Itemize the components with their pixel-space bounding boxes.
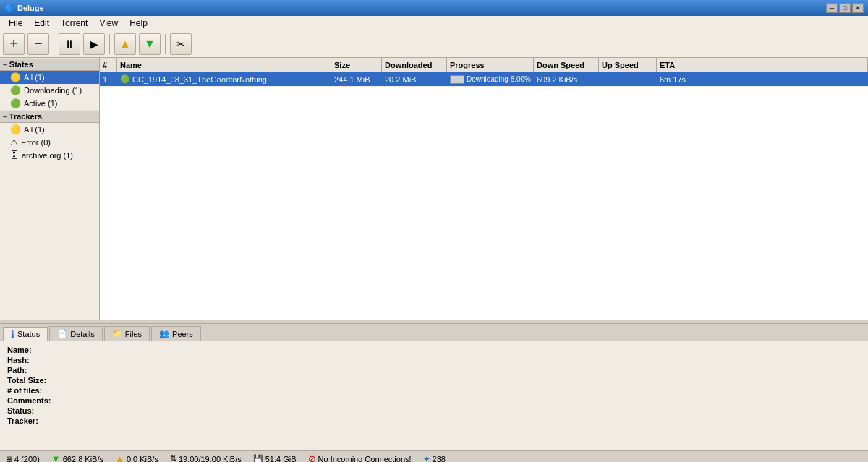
all-trackers-icon: 🟡 — [10, 124, 21, 134]
tab-status[interactable]: ℹ Status — [3, 327, 48, 341]
details-tab-label: Details — [70, 330, 95, 338]
files-tab-label: Files — [125, 330, 142, 338]
downloading-label: Downloading (1) — [24, 86, 82, 95]
toolbar-sep-2 — [109, 34, 110, 54]
connections-icon: 🖥 — [4, 455, 12, 463]
no-incoming-icon: ⊘ — [308, 453, 316, 462]
app-icon: 🔷 — [4, 4, 14, 13]
detail-status-row: Status: — [7, 406, 861, 415]
error-tracker-icon: ⚠ — [10, 137, 18, 147]
active-label: Active (1) — [24, 99, 57, 108]
torrent-list: 1 🟢 CC_1914_08_31_TheGoodforNothing 244.… — [100, 72, 868, 320]
detail-files-label: # of files: — [7, 386, 72, 395]
close-button[interactable]: ✕ — [852, 3, 864, 13]
detail-tracker-label: Tracker: — [7, 416, 72, 425]
detail-totalsize-label: Total Size: — [7, 376, 72, 385]
menu-help[interactable]: Help — [124, 17, 153, 30]
col-header-downloaded[interactable]: Downloaded — [382, 58, 447, 72]
status-peers: ✦ 238 — [423, 454, 446, 463]
torrent-downspeed: 609.2 KiB/s — [534, 74, 599, 85]
titlebar-controls: ─ □ ✕ — [826, 3, 864, 13]
status-down-speed: ▼ 662.8 KiB/s — [51, 453, 103, 462]
resume-button[interactable]: ▶ — [83, 33, 105, 55]
sidebar-item-all-trackers[interactable]: 🟡 All (1) — [0, 123, 99, 136]
minimize-button[interactable]: ─ — [826, 3, 838, 13]
bottom-panel: ℹ Status 📄 Details 📁 Files 👥 Peers Name:… — [0, 324, 868, 450]
titlebar-title: 🔷 Deluge — [4, 4, 44, 13]
peers-icon: ✦ — [423, 454, 430, 463]
down-speed-icon: ▼ — [51, 453, 61, 462]
status-connections: 🖥 4 (200) — [4, 455, 40, 463]
active-icon: 🟢 — [10, 98, 21, 108]
torrent-downloaded: 20.2 MiB — [382, 74, 447, 85]
menu-edit[interactable]: Edit — [28, 17, 55, 30]
states-label: States — [9, 60, 33, 69]
detail-status-label: Status: — [7, 406, 72, 415]
detail-comments-row: Comments: — [7, 396, 861, 405]
error-tracker-label: Error (0) — [21, 138, 51, 147]
tab-peers[interactable]: 👥 Peers — [151, 326, 201, 341]
torrent-row[interactable]: 1 🟢 CC_1914_08_31_TheGoodforNothing 244.… — [100, 72, 868, 87]
torrent-progress-cell: Downloading 8.00% — [447, 74, 534, 85]
move-down-button[interactable]: ▼ — [139, 33, 161, 55]
proto-icon: ⇅ — [170, 454, 176, 462]
remove-torrent-button[interactable]: − — [27, 33, 49, 55]
down-speed-value: 662.8 KiB/s — [63, 455, 103, 463]
detail-totalsize-row: Total Size: — [7, 376, 861, 385]
menu-view[interactable]: View — [93, 17, 124, 30]
maximize-button[interactable]: □ — [839, 3, 851, 13]
details-tab-icon: 📄 — [57, 329, 67, 338]
status-up-speed: ▲ 0.0 KiB/s — [115, 453, 158, 462]
states-collapse-button[interactable]: − — [3, 61, 7, 69]
titlebar: 🔷 Deluge ─ □ ✕ — [0, 0, 868, 16]
trackers-collapse-button[interactable]: − — [3, 113, 7, 121]
statusbar: 🖥 4 (200) ▼ 662.8 KiB/s ▲ 0.0 KiB/s ⇅ 19… — [0, 450, 868, 462]
bottom-content: Name: Hash: Path: Total Size: # of files… — [0, 341, 868, 450]
menu-file[interactable]: File — [3, 17, 28, 30]
move-up-button[interactable]: ▲ — [114, 33, 136, 55]
sidebar-item-active[interactable]: 🟢 Active (1) — [0, 97, 99, 110]
torrent-name-cell: 🟢 CC_1914_08_31_TheGoodforNothing — [117, 74, 331, 85]
menu-torrent[interactable]: Torrent — [55, 17, 93, 30]
preferences-button[interactable]: ✂ — [170, 33, 192, 55]
col-header-progress[interactable]: Progress — [447, 58, 534, 72]
col-header-size[interactable]: Size — [331, 58, 382, 72]
sidebar-item-archive-org[interactable]: 🗄 archive.org (1) — [0, 149, 99, 162]
progress-bar-wrap — [450, 75, 464, 84]
bottom-tabs: ℹ Status 📄 Details 📁 Files 👥 Peers — [0, 324, 868, 341]
all-states-label: All (1) — [24, 73, 45, 82]
sidebar-item-all-states[interactable]: 🟡 All (1) — [0, 71, 99, 84]
all-trackers-label: All (1) — [24, 125, 45, 134]
toolbar-sep-1 — [54, 34, 54, 54]
toolbar-sep-3 — [165, 34, 166, 54]
torrent-num: 1 — [100, 74, 117, 85]
pause-button[interactable]: ⏸ — [59, 33, 80, 55]
detail-files-row: # of files: — [7, 386, 861, 395]
detail-hash-row: Hash: — [7, 356, 861, 364]
states-section-header: − States — [0, 58, 99, 71]
status-disk: 💾 51.4 GiB — [253, 454, 297, 462]
progress-bar-container: Downloading 8.00% — [450, 75, 531, 84]
col-header-num[interactable]: # — [100, 58, 117, 72]
files-tab-icon: 📁 — [112, 329, 122, 338]
up-speed-icon: ▲ — [115, 453, 124, 462]
all-states-icon: 🟡 — [10, 72, 21, 82]
detail-tracker-row: Tracker: — [7, 416, 861, 425]
peers-tab-icon: 👥 — [159, 329, 169, 338]
col-header-eta[interactable]: ETA — [657, 58, 868, 72]
downloading-icon: 🟢 — [10, 85, 21, 95]
add-torrent-button[interactable]: + — [3, 33, 25, 55]
archive-org-icon: 🗄 — [10, 150, 19, 161]
tab-files[interactable]: 📁 Files — [104, 326, 150, 341]
torrent-upspeed — [599, 79, 657, 80]
torrent-size: 244.1 MiB — [331, 74, 382, 85]
col-header-downspeed[interactable]: Down Speed — [534, 58, 599, 72]
tab-details[interactable]: 📄 Details — [49, 326, 103, 341]
sidebar-item-error[interactable]: ⚠ Error (0) — [0, 136, 99, 149]
archive-org-label: archive.org (1) — [22, 151, 73, 160]
sidebar-item-downloading[interactable]: 🟢 Downloading (1) — [0, 84, 99, 97]
disk-value: 51.4 GiB — [265, 455, 297, 463]
col-header-upspeed[interactable]: Up Speed — [599, 58, 657, 72]
detail-path-row: Path: — [7, 366, 861, 375]
col-header-name[interactable]: Name — [117, 58, 331, 72]
